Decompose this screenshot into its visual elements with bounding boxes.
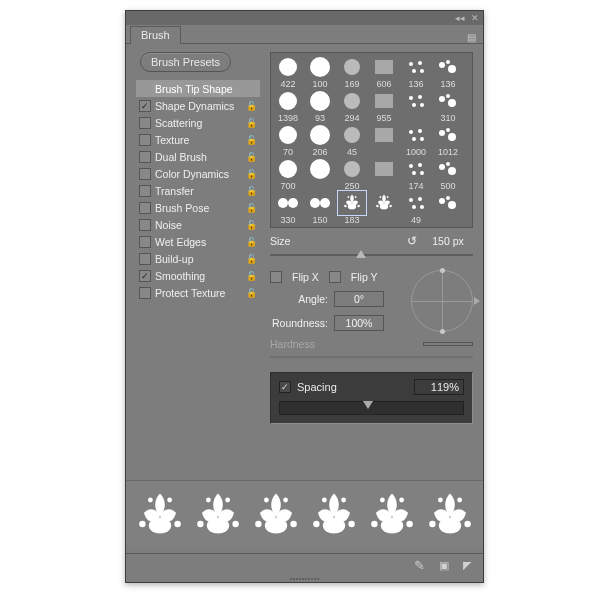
- lock-icon[interactable]: 🔓: [246, 135, 257, 145]
- brush-swatch[interactable]: [433, 191, 463, 225]
- svg-point-78: [264, 498, 269, 503]
- brush-swatch[interactable]: 700: [273, 157, 303, 191]
- size-value[interactable]: 150 px: [423, 234, 473, 248]
- svg-point-55: [389, 205, 391, 207]
- option-checkbox[interactable]: [139, 168, 151, 180]
- svg-point-81: [313, 521, 319, 527]
- option-row[interactable]: Noise🔓: [136, 216, 260, 233]
- brush-swatch[interactable]: 70: [273, 123, 303, 157]
- tab-row: Brush ▤: [126, 25, 483, 44]
- brush-swatch[interactable]: 500: [433, 157, 463, 191]
- option-checkbox[interactable]: [139, 117, 151, 129]
- lock-icon[interactable]: 🔓: [246, 220, 257, 230]
- panel-menu-icon[interactable]: ▤: [463, 32, 479, 43]
- brush-swatch[interactable]: [369, 123, 399, 157]
- roundness-value[interactable]: 100%: [334, 315, 384, 331]
- brush-swatch[interactable]: [369, 191, 399, 225]
- option-checkbox[interactable]: [139, 253, 151, 265]
- lock-icon[interactable]: 🔓: [246, 152, 257, 162]
- brush-swatch[interactable]: 150: [305, 191, 335, 225]
- brush-swatch[interactable]: 422: [273, 55, 303, 89]
- lock-icon[interactable]: 🔓: [246, 288, 257, 298]
- close-icon[interactable]: ✕: [471, 13, 479, 23]
- brush-swatch[interactable]: 136: [433, 55, 463, 89]
- brush-swatch[interactable]: 169: [337, 55, 367, 89]
- option-checkbox[interactable]: [139, 134, 151, 146]
- option-row[interactable]: Transfer🔓: [136, 182, 260, 199]
- option-checkbox[interactable]: [139, 185, 151, 197]
- flipy-checkbox[interactable]: [329, 271, 341, 283]
- lock-icon[interactable]: 🔓: [246, 254, 257, 264]
- lock-icon[interactable]: 🔓: [246, 271, 257, 281]
- brush-swatch[interactable]: 1000: [401, 123, 431, 157]
- brush-swatch[interactable]: 955: [369, 89, 399, 123]
- lock-icon[interactable]: 🔓: [246, 118, 257, 128]
- brush-swatch[interactable]: 250: [337, 157, 367, 191]
- brush-swatch[interactable]: 330: [273, 191, 303, 225]
- brush-swatch[interactable]: 93: [305, 89, 335, 123]
- option-row[interactable]: Color Dynamics🔓: [136, 165, 260, 182]
- lock-icon[interactable]: 🔓: [246, 186, 257, 196]
- option-row[interactable]: Texture🔓: [136, 131, 260, 148]
- reset-size-icon[interactable]: ↺: [407, 234, 417, 248]
- brush-swatch[interactable]: 183: [337, 191, 367, 225]
- option-checkbox[interactable]: [139, 202, 151, 214]
- lock-icon[interactable]: 🔓: [246, 101, 257, 111]
- spacing-value[interactable]: 119%: [414, 379, 464, 395]
- flipx-checkbox[interactable]: [270, 271, 282, 283]
- svg-point-69: [167, 498, 172, 503]
- spacing-checkbox[interactable]: [279, 381, 291, 393]
- panel-footer: ✎ ▣ ◤: [126, 553, 483, 576]
- brush-swatch[interactable]: 206: [305, 123, 335, 157]
- brush-swatch[interactable]: [401, 89, 431, 123]
- brush-swatch[interactable]: 1012: [433, 123, 463, 157]
- option-label: Noise: [155, 219, 182, 231]
- resize-grip[interactable]: [126, 576, 483, 582]
- spacing-slider[interactable]: [279, 401, 464, 415]
- option-row[interactable]: Dual Brush🔓: [136, 148, 260, 165]
- option-checkbox[interactable]: [139, 100, 151, 112]
- angle-value[interactable]: 0°: [334, 291, 384, 307]
- brush-swatch[interactable]: 310: [433, 89, 463, 123]
- brush-swatch[interactable]: 136: [401, 55, 431, 89]
- option-row[interactable]: Build-up🔓: [136, 250, 260, 267]
- svg-point-5: [418, 61, 422, 65]
- option-row[interactable]: Smoothing🔓: [136, 267, 260, 284]
- option-row[interactable]: Scattering🔓: [136, 114, 260, 131]
- option-row[interactable]: Brush Tip Shape: [136, 80, 260, 97]
- brush-panel: ◂◂ ✕ Brush ▤ Brush Presets Brush Tip Sha…: [125, 10, 484, 583]
- tab-brush[interactable]: Brush: [130, 26, 181, 44]
- size-slider[interactable]: [270, 250, 473, 260]
- svg-point-64: [446, 196, 450, 200]
- option-row[interactable]: Brush Pose🔓: [136, 199, 260, 216]
- option-row[interactable]: Shape Dynamics🔓: [136, 97, 260, 114]
- toggle-preview-icon[interactable]: ✎: [414, 558, 425, 573]
- brush-swatch[interactable]: [305, 157, 335, 191]
- brush-swatch[interactable]: 174: [401, 157, 431, 191]
- option-checkbox[interactable]: [139, 236, 151, 248]
- collapse-icon[interactable]: ◂◂: [455, 13, 465, 23]
- option-checkbox[interactable]: [139, 151, 151, 163]
- brush-swatch-grid[interactable]: 4221001696061361361398932949553107020645…: [270, 52, 473, 228]
- brush-presets-button[interactable]: Brush Presets: [140, 52, 231, 72]
- brush-swatch[interactable]: 606: [369, 55, 399, 89]
- lock-icon[interactable]: 🔓: [246, 237, 257, 247]
- option-checkbox[interactable]: [139, 219, 151, 231]
- brush-swatch[interactable]: 49: [401, 191, 431, 225]
- brush-swatch[interactable]: 294: [337, 89, 367, 123]
- brush-swatch[interactable]: 100: [305, 55, 335, 89]
- delete-icon[interactable]: ◤: [463, 559, 471, 572]
- option-row[interactable]: Protect Texture🔓: [136, 284, 260, 301]
- svg-point-35: [344, 161, 360, 177]
- brush-swatch[interactable]: 45: [337, 123, 367, 157]
- svg-point-46: [310, 198, 320, 208]
- angle-widget[interactable]: [411, 270, 473, 332]
- lock-icon[interactable]: 🔓: [246, 203, 257, 213]
- option-checkbox[interactable]: [139, 287, 151, 299]
- option-row[interactable]: Wet Edges🔓: [136, 233, 260, 250]
- lock-icon[interactable]: 🔓: [246, 169, 257, 179]
- new-preset-icon[interactable]: ▣: [439, 559, 449, 572]
- brush-swatch[interactable]: 1398: [273, 89, 303, 123]
- option-checkbox[interactable]: [139, 270, 151, 282]
- brush-swatch[interactable]: [369, 157, 399, 191]
